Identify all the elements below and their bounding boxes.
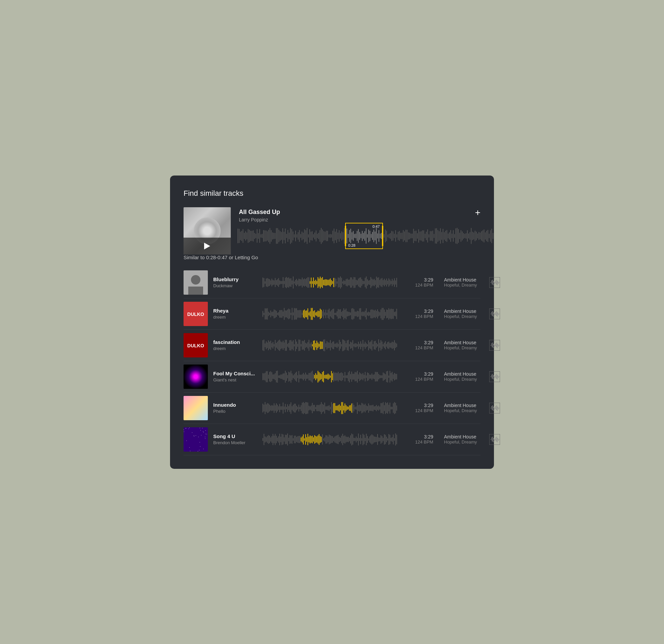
track-meta: 3:29 124 BPM	[403, 340, 433, 350]
track-bpm: 124 BPM	[403, 345, 433, 350]
svg-line-13	[493, 311, 493, 317]
source-waveform[interactable]	[237, 222, 494, 249]
waveform-icon	[489, 403, 500, 414]
track-waveform-action-button[interactable]	[488, 340, 501, 351]
track-meta: 3:29 124 BPM	[403, 371, 433, 382]
svg-line-5	[495, 282, 495, 283]
track-mood: Hopeful, Dreamy	[444, 408, 482, 413]
source-title-artist-block: All Gassed Up Larry Poppinz	[237, 207, 494, 222]
track-name: Song 4 U	[213, 434, 257, 439]
play-button[interactable]	[184, 238, 231, 255]
svg-line-15	[495, 313, 495, 315]
track-genre: Ambient House Hopeful, Dreamy	[439, 308, 482, 319]
track-item: Song 4 U Brendon Moeller 3:29 124 BPM Am…	[184, 424, 480, 455]
svg-line-32	[492, 375, 492, 379]
track-genre-name: Ambient House	[444, 308, 482, 314]
track-item: fascination dreem 3:29 124 BPM Ambient H…	[184, 330, 480, 361]
track-artist: Duckmaw	[213, 283, 257, 288]
track-duration: 3:29	[403, 434, 433, 440]
svg-line-38	[498, 375, 498, 378]
track-meta: 3:29 124 BPM	[403, 403, 433, 413]
add-button[interactable]: +	[468, 207, 480, 218]
svg-line-16	[496, 312, 496, 316]
track-name: Blueblurry	[213, 277, 257, 282]
track-bpm: 124 BPM	[403, 440, 433, 444]
waveform-icon	[489, 308, 500, 319]
track-waveform-action-button[interactable]	[488, 371, 501, 382]
track-waveform-action-button[interactable]	[488, 403, 501, 414]
track-duration: 3:29	[403, 371, 433, 377]
track-info: Fool My Consci... Giant's nest	[213, 370, 257, 382]
track-artist: dreem	[213, 315, 257, 320]
svg-line-18	[498, 313, 498, 315]
track-waveform-action-button[interactable]	[488, 434, 501, 445]
svg-line-6	[496, 281, 496, 284]
svg-line-24	[494, 344, 494, 347]
waveform-icon	[489, 434, 500, 445]
svg-line-17	[497, 311, 497, 317]
svg-line-47	[497, 405, 497, 411]
track-thumbnail	[184, 364, 208, 389]
track-genre-name: Ambient House	[444, 403, 482, 408]
svg-line-52	[492, 438, 492, 442]
track-name: Innuendo	[213, 402, 257, 408]
track-bpm: 124 BPM	[403, 314, 433, 319]
svg-line-53	[493, 437, 493, 442]
track-info: Innuendo Phello	[213, 402, 257, 414]
track-genre: Ambient House Hopeful, Dreamy	[439, 340, 482, 350]
svg-line-54	[494, 438, 494, 441]
track-mood: Hopeful, Dreamy	[444, 345, 482, 350]
track-bpm: 124 BPM	[403, 377, 433, 382]
svg-line-34	[494, 375, 494, 378]
svg-line-48	[498, 407, 498, 409]
track-info: Rheya dreem	[213, 308, 257, 320]
track-genre-name: Ambient House	[444, 340, 482, 345]
track-waveform-canvas	[263, 429, 397, 449]
svg-line-44	[494, 407, 494, 409]
source-waveform-canvas	[237, 222, 494, 249]
find-similar-panel: Find similar tracks All Gassed Up Larry …	[170, 176, 494, 469]
svg-line-55	[495, 439, 495, 440]
track-waveform-canvas	[263, 335, 397, 356]
track-mood: Hopeful, Dreamy	[444, 314, 482, 319]
track-waveform-action-button[interactable]	[488, 308, 501, 319]
track-genre: Ambient House Hopeful, Dreamy	[439, 403, 482, 413]
track-waveform-action-button[interactable]	[488, 277, 501, 288]
track-duration: 3:29	[403, 403, 433, 408]
svg-line-7	[497, 280, 497, 285]
source-track: All Gassed Up Larry Poppinz +	[184, 207, 480, 255]
track-artist: Phello	[213, 409, 257, 414]
track-waveform-canvas	[263, 398, 397, 418]
track-thumbnail	[184, 427, 208, 451]
track-mood: Hopeful, Dreamy	[444, 282, 482, 287]
svg-line-46	[496, 406, 496, 410]
source-track-title: All Gassed Up	[239, 208, 494, 216]
svg-line-35	[495, 376, 495, 377]
track-name: Fool My Consci...	[213, 370, 257, 376]
svg-line-58	[498, 438, 498, 441]
svg-line-14	[494, 313, 494, 315]
track-item: Rheya dreem 3:29 124 BPM Ambient House H…	[184, 298, 480, 330]
track-duration: 3:29	[403, 340, 433, 345]
svg-line-57	[497, 437, 497, 442]
svg-line-43	[493, 405, 493, 411]
similar-label: Similar to 0:28-0:47 or Letting Go	[184, 255, 480, 260]
track-duration: 3:29	[403, 277, 433, 282]
track-bpm: 124 BPM	[403, 408, 433, 413]
waveform-icon	[489, 277, 500, 288]
svg-line-8	[498, 281, 498, 284]
source-album-art	[184, 207, 231, 255]
svg-line-37	[497, 374, 497, 379]
track-mood: Hopeful, Dreamy	[444, 377, 482, 382]
waveform-icon	[489, 371, 500, 382]
svg-line-26	[496, 343, 496, 347]
track-duration: 3:29	[403, 308, 433, 314]
svg-line-45	[495, 407, 495, 409]
track-thumbnail	[184, 270, 208, 295]
svg-line-28	[498, 344, 498, 347]
svg-line-12	[492, 312, 492, 316]
svg-line-4	[494, 281, 494, 284]
source-track-details: All Gassed Up Larry Poppinz	[231, 207, 494, 249]
track-meta: 3:29 124 BPM	[403, 277, 433, 287]
waveform-icon	[489, 340, 500, 351]
